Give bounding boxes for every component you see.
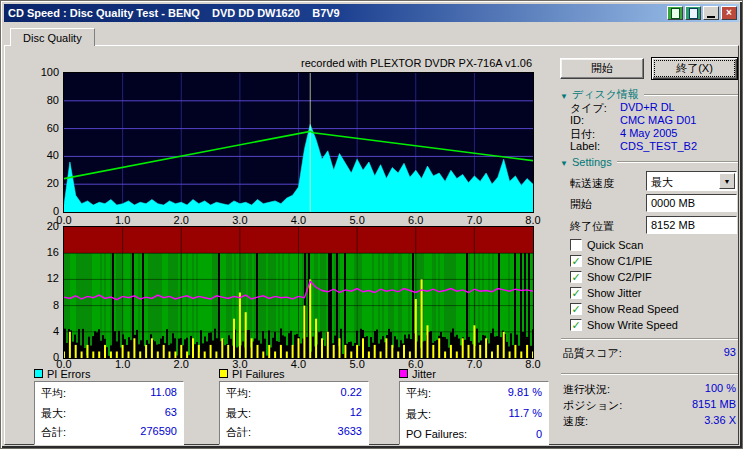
section-divider [617, 161, 738, 163]
tab-label: Disc Quality [23, 32, 82, 44]
axis-label: 5.0 [346, 214, 368, 226]
legend-row: 合計:276590 [41, 425, 177, 440]
checkbox-show-read-speed[interactable]: Show Read Speed [570, 302, 679, 315]
speed-combobox[interactable]: 最大 [646, 171, 737, 191]
checkbox-show-c2-pif[interactable]: Show C2/PIF [570, 270, 652, 283]
axis-label: 20 [25, 177, 59, 189]
disc-id-row: ID: CMC MAG D01 [570, 114, 736, 126]
disc-info-section-header[interactable]: ディスク情報 [560, 87, 738, 102]
axis-label: 4 [25, 325, 59, 337]
axis-label: 20 [25, 220, 59, 232]
settings-section-header[interactable]: Settings [560, 156, 738, 168]
checkbox-icon[interactable] [570, 303, 582, 315]
checkbox-icon[interactable] [570, 319, 582, 331]
quality-score-row: 品質スコア: 93 [563, 346, 736, 361]
axis-label: 100 [25, 66, 59, 78]
legend-row: 平均:11.08 [41, 386, 177, 401]
window-buttons [667, 6, 737, 20]
legend-row: 平均:9.81 % [406, 386, 542, 401]
axis-label: 4.0 [288, 214, 310, 226]
checkbox-icon[interactable] [570, 287, 582, 299]
axis-label: 7.0 [463, 214, 485, 226]
pi-errors-chart [63, 72, 534, 213]
axis-label: 2.0 [170, 214, 192, 226]
disc-label-row: Label: CDS_TEST_B2 [570, 140, 736, 152]
legend-title: Jitter [412, 368, 436, 380]
checkbox-show-write-speed[interactable]: Show Write Speed [570, 318, 678, 331]
axis-label: 12 [25, 272, 59, 284]
legend-jitter: Jitter 平均:9.81 % 最大:11.7 % PO Failures:0 [399, 368, 549, 445]
green-doc-icon[interactable] [667, 6, 683, 20]
legend-row: 最大:12 [226, 406, 362, 421]
legend-row: PO Failures:0 [406, 428, 542, 440]
axis-label: 1.0 [112, 214, 134, 226]
close-button[interactable] [721, 6, 737, 20]
axis-label: 16 [25, 246, 59, 258]
pi-failures-swatch [219, 369, 228, 378]
end-position-label: 終了位置 [570, 219, 614, 234]
divider [561, 373, 738, 375]
pi-errors-plot [64, 73, 533, 212]
chevron-down-icon [560, 156, 568, 168]
speed-label: 転送速度 [570, 176, 614, 191]
speed-combobox-value: 最大 [651, 175, 673, 190]
section-divider [644, 94, 738, 96]
app-window: CD Speed : Disc Quality Test - BENQ DVD … [0, 0, 743, 449]
axis-label: 3.0 [229, 214, 251, 226]
combobox-dropdown-icon[interactable] [719, 173, 735, 189]
legend-box: 平均:11.08 最大:63 合計:276590 [34, 381, 184, 445]
legend-title: PI Failures [232, 368, 285, 380]
start-position-label: 開始 [570, 197, 592, 212]
axis-label: 8 [25, 299, 59, 311]
position-row: ポジション: 8151 MB [563, 398, 736, 413]
axis-label: 80 [25, 94, 59, 106]
title-bar[interactable]: CD Speed : Disc Quality Test - BENQ DVD … [4, 4, 739, 22]
legend-box: 平均:9.81 % 最大:11.7 % PO Failures:0 [399, 381, 549, 445]
legend-pi-errors: PI Errors 平均:11.08 最大:63 合計:276590 [34, 368, 184, 445]
recorded-with-label: recorded with PLEXTOR DVDR PX-716A v1.06 [151, 57, 532, 69]
axis-label: 60 [25, 122, 59, 134]
legend-row: 平均:0.22 [226, 386, 362, 401]
legend-row: 最大:11.7 % [406, 407, 542, 422]
chevron-down-icon [560, 89, 568, 101]
divider [561, 338, 738, 340]
axis-label: 6.0 [405, 214, 427, 226]
green-disc-icon[interactable] [685, 6, 701, 20]
pi-errors-swatch [34, 369, 43, 378]
pi-failures-plot [64, 227, 533, 358]
checkbox-icon[interactable] [570, 255, 582, 267]
legend-pi-failures: PI Failures 平均:0.22 最大:12 合計:3633 [219, 368, 369, 445]
exit-button[interactable]: 終了(X) [651, 57, 738, 80]
disc-info-title: ディスク情報 [572, 87, 639, 102]
checkbox-icon[interactable] [570, 239, 582, 251]
pi-failures-jitter-chart [63, 226, 534, 359]
minimize-button[interactable] [703, 6, 719, 20]
progress-row: 進行状況: 100 % [563, 382, 736, 397]
checkbox-icon[interactable] [570, 271, 582, 283]
legend-title: PI Errors [47, 368, 90, 380]
settings-title: Settings [572, 156, 612, 168]
tab-disc-quality[interactable]: Disc Quality [10, 28, 95, 46]
checkbox-quick-scan[interactable]: Quick Scan [570, 238, 643, 251]
legend-box: 平均:0.22 最大:12 合計:3633 [219, 381, 369, 445]
start-position-field[interactable]: 0000 MB [646, 194, 737, 212]
jitter-swatch [399, 369, 408, 378]
axis-label: 40 [25, 149, 59, 161]
legend-row: 最大:63 [41, 406, 177, 421]
checkbox-show-c1-pie[interactable]: Show C1/PIE [570, 254, 652, 267]
axis-label: 8.0 [522, 214, 544, 226]
speed-row: 速度: 3.36 X [563, 414, 736, 429]
end-position-field[interactable]: 8152 MB [646, 216, 737, 234]
start-button[interactable]: 開始 [560, 58, 644, 79]
window-title: CD Speed : Disc Quality Test - BENQ DVD … [8, 7, 667, 19]
legend-row: 合計:3633 [226, 425, 362, 440]
checkbox-show-jitter[interactable]: Show Jitter [570, 286, 641, 299]
